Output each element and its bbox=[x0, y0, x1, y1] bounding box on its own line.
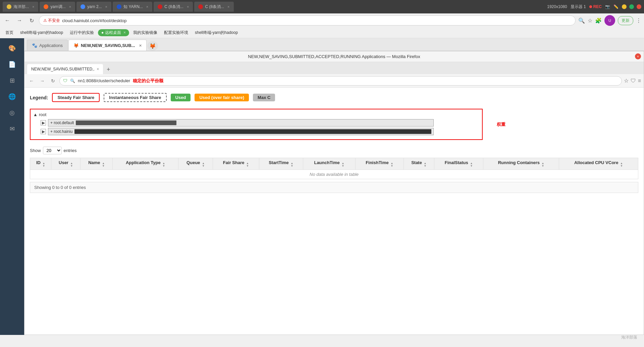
sidebar-icon-target[interactable]: ◎ bbox=[5, 105, 19, 120]
firefox-add-tab-button[interactable]: + bbox=[104, 65, 113, 74]
col-final-status[interactable]: FinalStatus ▲▼ bbox=[434, 158, 483, 170]
queue-header: ▲ root bbox=[33, 112, 479, 117]
entries-select[interactable]: 20 10 50 100 bbox=[43, 147, 62, 154]
security-icon: ⚠ 不安全 bbox=[43, 18, 60, 23]
sidebar-icon-document[interactable]: 📄 bbox=[5, 57, 19, 72]
sidebar-icon-palette[interactable]: 🎨 bbox=[5, 41, 19, 56]
bookmark-images[interactable]: 我的实验镜像 bbox=[130, 29, 160, 36]
browser-tab-1[interactable]: 海洋部... × bbox=[3, 2, 38, 12]
firefox-titlebar: NEW,NEW_SAVING,SUBMITTED,ACCEPTED,RUNNIN… bbox=[24, 51, 644, 62]
bookmark-running[interactable]: 运行中的实验 bbox=[67, 29, 97, 36]
col-queue[interactable]: Queue ▲▼ bbox=[178, 158, 213, 170]
col-app-type[interactable]: Application Type ▲▼ bbox=[113, 158, 178, 170]
col-id[interactable]: ID ▲▼ bbox=[30, 158, 51, 170]
reload-button[interactable]: ↻ bbox=[27, 16, 36, 25]
firefox-tab-close[interactable]: × bbox=[139, 43, 142, 48]
sidebar-icon-globe[interactable]: 🌐 bbox=[5, 89, 19, 104]
fx-back-button[interactable]: ← bbox=[27, 77, 36, 85]
sort-user[interactable]: ▲▼ bbox=[70, 162, 73, 167]
bookmark-remote-desktop[interactable]: ● 远程桌面 × bbox=[98, 29, 129, 36]
bookmark-remote-close[interactable]: × bbox=[123, 30, 126, 35]
col-launch-time[interactable]: LaunchTime ▲▼ bbox=[303, 158, 356, 170]
legend-used-over-label: Used (over fair share) bbox=[199, 95, 244, 100]
browser-tab-4-close[interactable]: × bbox=[146, 5, 148, 9]
fx-shield2-icon[interactable]: 🛡 bbox=[631, 78, 636, 84]
sort-state[interactable]: ▲▼ bbox=[424, 162, 427, 167]
legend-used-over[interactable]: Used (over fair share) bbox=[195, 94, 249, 101]
col-fair-share[interactable]: Fair Share ▲▼ bbox=[213, 158, 259, 170]
firefox-inner-tab[interactable]: NEW,NEW_SAVING,SUBMITTED,. × bbox=[27, 64, 103, 74]
sort-finish-time[interactable]: ▲▼ bbox=[390, 162, 393, 167]
sort-queue[interactable]: ▲▼ bbox=[202, 162, 205, 167]
fx-forward-button[interactable]: → bbox=[38, 77, 47, 85]
col-finish-time[interactable]: FinishTime ▲▼ bbox=[355, 158, 404, 170]
legend-steady-fair-share[interactable]: Steady Fair Share bbox=[52, 93, 100, 102]
browser-tab-1-close[interactable]: × bbox=[32, 5, 34, 9]
update-button[interactable]: 更新 bbox=[618, 16, 633, 25]
browser-tab-6[interactable]: C (8条消... × bbox=[194, 2, 233, 12]
col-allocated-cpu[interactable]: Allocated CPU VCore ▲▼ bbox=[559, 158, 638, 170]
camera-icon[interactable]: 📷 bbox=[605, 4, 610, 9]
forward-button[interactable]: → bbox=[15, 16, 24, 25]
sidebar-icon-send[interactable]: ✉ bbox=[5, 121, 19, 136]
sort-id[interactable]: ▲▼ bbox=[43, 162, 45, 167]
bookmark-shell2[interactable]: shell终端-yarn的hadoop bbox=[192, 29, 240, 36]
fx-reload-button[interactable]: ↻ bbox=[49, 77, 57, 85]
col-user[interactable]: User ▲▼ bbox=[51, 158, 80, 170]
bookmark-shell1[interactable]: shell终端-yarn的hadoop bbox=[17, 29, 66, 36]
col-name[interactable]: Name ▲▼ bbox=[80, 158, 113, 170]
queue-expand-root-icon[interactable]: ▲ bbox=[33, 112, 38, 117]
tab-new-saving[interactable]: 🦊 NEW,NEW_SAVING,SUB... × bbox=[68, 40, 147, 51]
queue-expand-default[interactable]: ▶ bbox=[41, 120, 46, 126]
bookmark-star-icon[interactable]: ☆ bbox=[588, 17, 592, 24]
sidebar-icon-grid[interactable]: ⊞ bbox=[5, 73, 19, 88]
firefox-close-button[interactable]: × bbox=[635, 53, 641, 59]
bookmark-config[interactable]: 配置实验环境 bbox=[161, 29, 191, 36]
browser-tab-2[interactable]: yarn调... × bbox=[40, 2, 75, 12]
fx-menu-icon[interactable]: ≡ bbox=[638, 78, 641, 84]
show-entries-row: Show 20 10 50 100 entries bbox=[30, 147, 638, 154]
fx-address-box[interactable]: 🛡 🔍 nn1:8088/cluster/scheduler 稳定的公平份额 bbox=[59, 76, 622, 86]
search-icon[interactable]: 🔍 bbox=[578, 17, 585, 24]
browser-tab-3[interactable]: yarn 2... × bbox=[76, 2, 111, 12]
browser-tab-6-close[interactable]: × bbox=[227, 5, 229, 9]
rec-label: REC bbox=[593, 4, 602, 9]
sort-name[interactable]: ▲▼ bbox=[102, 162, 105, 167]
col-start-time[interactable]: StartTime ▲▼ bbox=[259, 158, 303, 170]
extensions-icon[interactable]: 🧩 bbox=[595, 17, 602, 24]
address-box[interactable]: ⚠ 不安全 cloud.hainiubl.com/#/tool/desktop bbox=[39, 15, 576, 26]
sort-app-type[interactable]: ▲▼ bbox=[162, 162, 165, 167]
scheduler-content: Legend: Steady Fair Share Instantaneous … bbox=[24, 88, 644, 335]
legend-instantaneous-fair-share[interactable]: Instantaneous Fair Share bbox=[104, 93, 166, 102]
queue-bar-wrapper-hainiu: + root.hainiu bbox=[48, 128, 434, 135]
browser-tab-2-close[interactable]: × bbox=[69, 5, 71, 9]
sort-final-status[interactable]: ▲▼ bbox=[470, 162, 473, 167]
sort-allocated-cpu[interactable]: ▲▼ bbox=[620, 162, 623, 167]
sort-running-containers[interactable]: ▲▼ bbox=[542, 162, 544, 167]
minimize-button[interactable] bbox=[622, 4, 627, 9]
edit-icon[interactable]: ✏️ bbox=[613, 4, 619, 9]
queue-expand-hainiu[interactable]: ▶ bbox=[41, 129, 46, 134]
tab-applications[interactable]: 🐾 Applications bbox=[27, 40, 68, 51]
fx-bookmark-icon[interactable]: ☆ bbox=[624, 78, 629, 84]
firefox-icon-btn[interactable]: 🦊 bbox=[147, 41, 158, 51]
browser-tab-4[interactable]: 知 YARN... × bbox=[113, 2, 152, 12]
close-button[interactable] bbox=[637, 4, 641, 9]
back-button[interactable]: ← bbox=[3, 16, 12, 25]
col-running-containers[interactable]: Running Containers ▲▼ bbox=[483, 158, 559, 170]
firefox-inner-tab-close[interactable]: × bbox=[97, 67, 99, 71]
menu-icon[interactable]: ⋮ bbox=[636, 17, 641, 24]
browser-tab-3-close[interactable]: × bbox=[105, 5, 107, 9]
sort-launch-time[interactable]: ▲▼ bbox=[341, 162, 344, 167]
firefox-address-bar: ← → ↻ 🛡 🔍 nn1:8088/cluster/scheduler 稳定的… bbox=[24, 74, 644, 88]
sort-start-time[interactable]: ▲▼ bbox=[290, 162, 293, 167]
browser-tab-5[interactable]: C (8条消... × bbox=[154, 2, 193, 12]
col-state[interactable]: State ▲▼ bbox=[404, 158, 434, 170]
legend-max[interactable]: Max C bbox=[253, 94, 275, 101]
maximize-button[interactable] bbox=[629, 4, 634, 9]
sort-fair-share[interactable]: ▲▼ bbox=[246, 162, 249, 167]
legend-used[interactable]: Used bbox=[171, 94, 191, 101]
profile-avatar[interactable]: U bbox=[604, 15, 615, 26]
browser-tab-5-close[interactable]: × bbox=[187, 5, 189, 9]
bookmark-home[interactable]: 首页 bbox=[3, 29, 16, 36]
